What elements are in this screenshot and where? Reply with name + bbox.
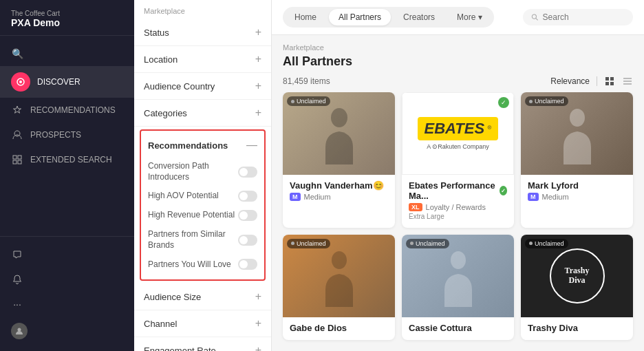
unclaimed-dot <box>291 100 294 103</box>
card-ebates-category: Loyalty / Rewards <box>426 203 486 211</box>
rec-item-high-aov[interactable]: High AOV Potential <box>141 187 264 206</box>
sidebar-nav: 🔍 DISCOVER RECOMMENDATIONS PROSPECTS EXT… <box>0 36 134 236</box>
cards-grid: Unclaimed Vaughn Vanderham😊 M Medium ✓ <box>272 92 644 351</box>
brand-name: PXA Demo <box>11 17 123 28</box>
card-vaughn-name: Vaughn Vanderham😊 <box>290 180 388 191</box>
card-mark-image: Unclaimed <box>521 92 633 175</box>
svg-rect-12 <box>610 82 614 85</box>
svg-rect-5 <box>18 160 21 164</box>
svg-rect-3 <box>18 156 21 159</box>
card-cassie-name: Cassie Cottura <box>409 323 507 333</box>
rec-high-revenue-toggle[interactable] <box>238 210 257 221</box>
card-mark[interactable]: Unclaimed Mark Lyford M Medium <box>521 92 633 228</box>
svg-point-19 <box>451 251 466 269</box>
sidebar-bottom: ··· <box>0 236 134 351</box>
sidebar-item-prospects[interactable]: PROSPECTS <box>0 123 134 147</box>
rec-item-similar-brands[interactable]: Partners from Similar Brands <box>141 225 264 255</box>
cassie-silhouette <box>438 245 479 307</box>
svg-rect-14 <box>623 81 632 82</box>
pill-creators[interactable]: Creators <box>394 9 444 25</box>
filter-section-engagement-rate[interactable]: Engagement Rate + <box>134 337 271 351</box>
person-silhouette <box>319 103 360 164</box>
card-mark-size-badge: M <box>528 193 539 201</box>
card-cassie[interactable]: Unclaimed Cassie Cottura <box>402 235 514 341</box>
card-vaughn-body: Vaughn Vanderham😊 M Medium <box>283 175 395 206</box>
filter-channel-icon: + <box>255 317 261 330</box>
sidebar-item-discover[interactable]: DISCOVER <box>0 66 134 98</box>
filter-categories-label: Categories <box>144 108 187 118</box>
filter-section-categories[interactable]: Categories + <box>134 100 271 127</box>
brand-subtitle: The Coffee Cart <box>11 10 123 17</box>
svg-point-16 <box>331 108 347 127</box>
search-input[interactable] <box>543 12 625 22</box>
grid-view-button[interactable] <box>604 76 615 87</box>
sidebar-item-extended-search[interactable]: EXTENDED SEARCH <box>0 147 134 172</box>
filter-audience-size-icon: + <box>255 290 261 303</box>
sidebar-avatar[interactable] <box>0 317 134 345</box>
filter-audience-size-label: Audience Size <box>144 292 201 302</box>
filter-section-location[interactable]: Location + <box>134 46 271 73</box>
filter-section-status[interactable]: Status + <box>134 19 271 46</box>
rec-item-conversion-path[interactable]: Conversion Path Introducers <box>141 157 264 187</box>
recommendations-collapse-icon[interactable]: — <box>246 139 257 151</box>
filter-section-audience-country[interactable]: Audience Country + <box>134 73 271 100</box>
rec-item-high-revenue[interactable]: High Revenue Potential <box>141 206 264 225</box>
filter-audience-country-label: Audience Country <box>144 81 215 92</box>
card-ebates-verified: ✓ <box>500 186 507 195</box>
ebates-logo: EBATES ® A ⊙Rakuten Company <box>418 117 499 150</box>
card-gabe[interactable]: Unclaimed Gabe de Dios <box>283 235 395 341</box>
avatar <box>11 323 28 339</box>
card-ebates[interactable]: ✓ EBATES ® A ⊙Rakuten Company Ebates Per… <box>402 92 514 228</box>
card-ebates-meta: XL Loyalty / Rewards <box>409 203 507 211</box>
rec-conversion-path-label: Conversion Path Introducers <box>148 161 238 182</box>
sort-label[interactable]: Relevance <box>550 76 590 86</box>
filter-channel-label: Channel <box>144 319 177 329</box>
filter-section-channel[interactable]: Channel + <box>134 310 271 337</box>
card-vaughn-size-label: Medium <box>304 193 331 201</box>
card-ebates-size-badge: XL <box>409 203 422 211</box>
pill-home[interactable]: Home <box>285 9 326 25</box>
rec-you-will-love-toggle[interactable] <box>238 259 257 270</box>
sidebar-bell[interactable] <box>0 267 134 292</box>
search-box[interactable] <box>523 9 633 25</box>
rec-high-aov-toggle[interactable] <box>238 191 257 202</box>
rec-conversion-path-toggle[interactable] <box>238 167 257 178</box>
card-trashy[interactable]: Unclaimed Trashy Diva Trashy Diva <box>521 235 633 341</box>
filter-location-label: Location <box>144 54 178 65</box>
svg-line-8 <box>536 19 538 21</box>
breadcrumb: Marketplace <box>283 43 324 52</box>
sidebar-item-extended-search-label: EXTENDED SEARCH <box>30 155 112 164</box>
card-vaughn-size-badge: M <box>290 193 301 201</box>
sidebar-item-search[interactable]: 🔍 <box>0 41 134 66</box>
sidebar-item-recommendations-label: RECOMMENDATIONS <box>30 105 116 115</box>
card-gabe-name: Gabe de Dios <box>290 323 388 333</box>
svg-point-7 <box>532 14 536 19</box>
top-nav: Home All Partners Creators More ▾ <box>272 0 644 35</box>
filter-engagement-rate-icon: + <box>255 344 261 351</box>
verified-icon: ✓ <box>498 97 509 108</box>
sidebar-dots[interactable]: ··· <box>0 292 134 317</box>
rec-high-revenue-label: High Revenue Potential <box>148 210 235 221</box>
filter-location-toggle-icon: + <box>255 53 261 65</box>
content-breadcrumb-area: Marketplace <box>272 35 644 53</box>
filter-section-audience-size[interactable]: Audience Size + <box>134 284 271 310</box>
svg-rect-4 <box>13 160 17 164</box>
rec-similar-brands-toggle[interactable] <box>238 235 257 246</box>
sidebar-item-recommendations[interactable]: RECOMMENDATIONS <box>0 98 134 123</box>
card-ebates-image: ✓ EBATES ® A ⊙Rakuten Company <box>402 92 514 175</box>
gabe-silhouette <box>319 245 360 307</box>
unclaimed-label: Unclaimed <box>297 98 326 105</box>
pill-more[interactable]: More ▾ <box>447 9 492 25</box>
results-count: 81,459 items <box>283 76 330 86</box>
bell-icon <box>11 273 23 286</box>
card-mark-meta: M Medium <box>528 193 626 201</box>
sidebar-chat[interactable] <box>0 242 134 267</box>
rec-item-you-will-love[interactable]: Partners You Will Love <box>141 255 264 274</box>
card-gabe-image: Unclaimed <box>283 235 395 317</box>
list-view-button[interactable] <box>622 76 633 87</box>
sidebar-item-prospects-label: PROSPECTS <box>30 130 81 140</box>
card-vaughn[interactable]: Unclaimed Vaughn Vanderham😊 M Medium <box>283 92 395 228</box>
filter-panel-header: Marketplace <box>134 0 271 19</box>
pill-all-partners[interactable]: All Partners <box>329 9 391 25</box>
discover-badge <box>11 72 30 92</box>
